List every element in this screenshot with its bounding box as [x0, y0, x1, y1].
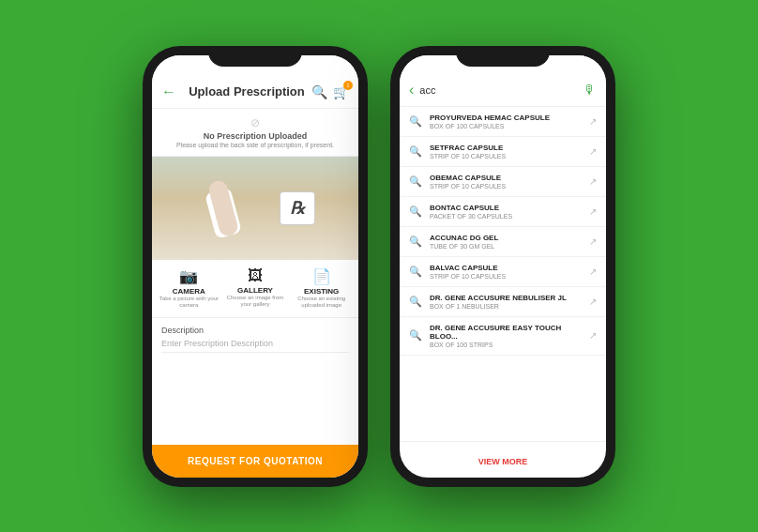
search-result-icon-0: 🔍: [409, 115, 422, 128]
phone1-screen: ← Upload Prescription 🔍 🛒 1 ⊘ No Prescri…: [152, 55, 358, 478]
item-sub-7: BOX OF 100 STRIPS: [430, 342, 589, 348]
page-title: Upload Prescription: [182, 84, 311, 99]
existing-desc: Choose an existing uploaded image: [288, 296, 355, 311]
phone2-notch: [456, 46, 550, 67]
no-prescription-subtitle: Please upload the back side of prescript…: [159, 142, 351, 148]
no-prescription-icon: ⊘: [159, 116, 351, 129]
result-item-2[interactable]: 🔍 OBEMAC CAPSULE STRIP OF 10 CAPSULES ↗: [400, 167, 606, 197]
back-button[interactable]: ←: [161, 84, 176, 100]
item-sub-1: STRIP OF 10 CAPSULES: [430, 153, 589, 160]
gallery-icon: 🖼: [248, 267, 263, 284]
view-more-button[interactable]: VIEW MORE: [478, 457, 528, 466]
existing-label: EXISTING: [304, 287, 339, 296]
item-sub-6: BOX OF 1 NEBULISER: [430, 303, 589, 310]
no-prescription-banner: ⊘ No Prescription Uploaded Please upload…: [152, 109, 358, 157]
phone2-content: ‹ 🎙 🔍 PROYURVEDA HEMAC CAPSULE BOX OF 10…: [400, 55, 606, 478]
no-prescription-title: No Prescription Uploaded: [159, 131, 351, 141]
search-input[interactable]: [419, 84, 578, 96]
description-label: Description: [161, 326, 349, 335]
cart-badge: 1: [343, 81, 353, 90]
existing-option[interactable]: 📄 EXISTING Choose an existing uploaded i…: [288, 267, 355, 311]
search-result-icon-7: 🔍: [409, 329, 422, 342]
item-name-7: DR. GENE ACCUSURE EASY TOUCH BLOO...: [430, 324, 589, 341]
mic-icon[interactable]: 🎙: [584, 83, 597, 98]
item-sub-5: STRIP OF 10 CAPSULES: [430, 273, 589, 280]
search-result-icon-3: 🔍: [409, 205, 422, 218]
phone1-content: ← Upload Prescription 🔍 🛒 1 ⊘ No Prescri…: [152, 55, 358, 478]
phone2-screen: ‹ 🎙 🔍 PROYURVEDA HEMAC CAPSULE BOX OF 10…: [400, 55, 606, 478]
arrow-icon-1: ↗: [589, 146, 597, 157]
search-icon[interactable]: 🔍: [311, 84, 327, 99]
result-item-7[interactable]: 🔍 DR. GENE ACCUSURE EASY TOUCH BLOO... B…: [400, 317, 606, 356]
item-info-0: PROYURVEDA HEMAC CAPSULE BOX OF 100 CAPS…: [430, 114, 589, 129]
camera-icon: 📷: [179, 267, 198, 285]
result-item-0[interactable]: 🔍 PROYURVEDA HEMAC CAPSULE BOX OF 100 CA…: [400, 107, 606, 137]
result-item-6[interactable]: 🔍 DR. GENE ACCUSURE NEBULISER JL BOX OF …: [400, 287, 606, 317]
description-section: Description Enter Prescription Descripti…: [152, 318, 358, 444]
request-quotation-button[interactable]: REQUEST FOR QUOTATION: [152, 445, 358, 478]
arrow-icon-2: ↗: [589, 176, 597, 187]
phone2: ‹ 🎙 🔍 PROYURVEDA HEMAC CAPSULE BOX OF 10…: [390, 46, 615, 487]
item-info-7: DR. GENE ACCUSURE EASY TOUCH BLOO... BOX…: [430, 324, 589, 348]
item-name-0: PROYURVEDA HEMAC CAPSULE: [430, 114, 589, 122]
description-input[interactable]: Enter Prescription Description: [161, 339, 349, 353]
item-info-1: SETFRAC CAPSULE STRIP OF 10 CAPSULES: [430, 144, 589, 160]
camera-label: CAMERA: [173, 287, 205, 296]
phone1: ← Upload Prescription 🔍 🛒 1 ⊘ No Prescri…: [143, 46, 368, 487]
item-name-1: SETFRAC CAPSULE: [430, 144, 589, 152]
doctor-visual: ℞: [152, 157, 358, 260]
item-sub-2: STRIP OF 10 CAPSULES: [430, 183, 589, 190]
camera-option[interactable]: 📷 CAMERA Take a picture with your camera: [156, 267, 222, 311]
gallery-desc: Choose an image from your gallery: [222, 295, 289, 310]
arrow-icon-7: ↗: [589, 330, 597, 341]
arrow-icon-5: ↗: [589, 266, 597, 277]
doctor-silhouette: [195, 171, 251, 246]
item-name-2: OBEMAC CAPSULE: [430, 174, 589, 182]
item-info-3: BONTAC CAPSULE PACKET OF 30 CAPSULES: [430, 204, 589, 220]
camera-desc: Take a picture with your camera: [156, 296, 222, 311]
item-name-6: DR. GENE ACCUSURE NEBULISER JL: [430, 294, 589, 302]
item-info-6: DR. GENE ACCUSURE NEBULISER JL BOX OF 1 …: [430, 294, 589, 310]
result-item-5[interactable]: 🔍 BALVAC CAPSULE STRIP OF 10 CAPSULES ↗: [400, 257, 606, 287]
phone1-notch: [208, 46, 302, 67]
arrow-icon-3: ↗: [589, 206, 597, 217]
results-list: 🔍 PROYURVEDA HEMAC CAPSULE BOX OF 100 CA…: [400, 107, 606, 441]
result-item-3[interactable]: 🔍 BONTAC CAPSULE PACKET OF 30 CAPSULES ↗: [400, 197, 606, 227]
item-info-2: OBEMAC CAPSULE STRIP OF 10 CAPSULES: [430, 174, 589, 190]
upload-options: 📷 CAMERA Take a picture with your camera…: [152, 260, 358, 319]
item-name-3: BONTAC CAPSULE: [430, 204, 589, 212]
item-info-5: BALVAC CAPSULE STRIP OF 10 CAPSULES: [430, 264, 589, 280]
gallery-label: GALLERY: [237, 286, 273, 295]
existing-icon: 📄: [312, 267, 331, 285]
item-sub-3: PACKET OF 30 CAPSULES: [430, 213, 589, 220]
result-item-1[interactable]: 🔍 SETFRAC CAPSULE STRIP OF 10 CAPSULES ↗: [400, 137, 606, 167]
cart-icon[interactable]: 🛒 1: [333, 84, 349, 99]
search-result-icon-2: 🔍: [409, 175, 422, 188]
arrow-icon-4: ↗: [589, 236, 597, 247]
gallery-option[interactable]: 🖼 GALLERY Choose an image from your gall…: [222, 267, 289, 311]
view-more-section: VIEW MORE: [400, 441, 606, 478]
item-sub-0: BOX OF 100 CAPSULES: [430, 123, 589, 129]
item-name-4: ACCUNAC DG GEL: [430, 234, 589, 242]
phones-container: ← Upload Prescription 🔍 🛒 1 ⊘ No Prescri…: [143, 46, 615, 487]
result-item-4[interactable]: 🔍 ACCUNAC DG GEL TUBE OF 30 GM GEL ↗: [400, 227, 606, 257]
search-back-button[interactable]: ‹: [409, 82, 414, 99]
search-result-icon-6: 🔍: [409, 296, 422, 308]
item-info-4: ACCUNAC DG GEL TUBE OF 30 GM GEL: [430, 234, 589, 250]
prescription-image-area: ℞: [152, 157, 358, 260]
item-sub-4: TUBE OF 30 GM GEL: [430, 243, 589, 250]
header-icons: 🔍 🛒 1: [311, 84, 349, 99]
item-name-5: BALVAC CAPSULE: [430, 264, 589, 272]
arrow-icon-6: ↗: [589, 296, 597, 307]
rx-box: ℞: [280, 191, 315, 225]
search-result-icon-4: 🔍: [409, 236, 422, 248]
arrow-icon-0: ↗: [589, 116, 597, 127]
search-result-icon-1: 🔍: [409, 145, 422, 158]
search-result-icon-5: 🔍: [409, 266, 422, 278]
